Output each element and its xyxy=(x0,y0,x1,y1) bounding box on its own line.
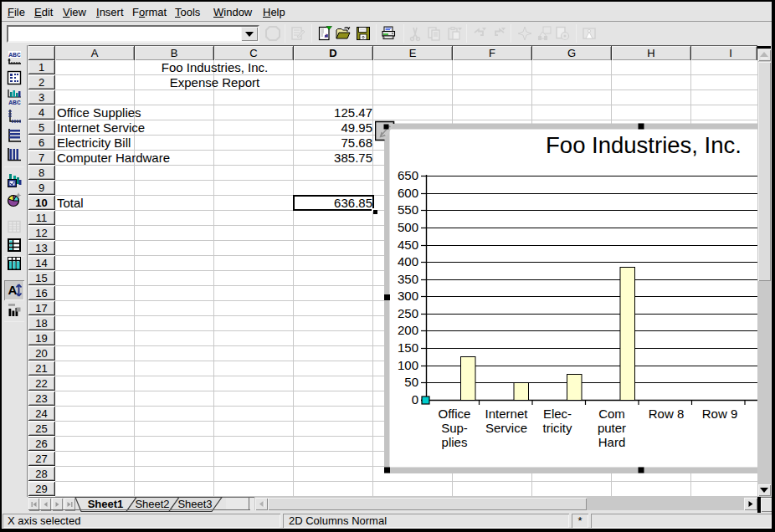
svg-text:Hard: Hard xyxy=(598,435,626,449)
svg-text:Elec-: Elec- xyxy=(543,407,572,421)
svg-text:tricity: tricity xyxy=(543,421,572,435)
svg-text:Foo Industries, Inc.: Foo Industries, Inc. xyxy=(546,132,742,158)
svg-text:650: 650 xyxy=(398,168,418,182)
svg-text:Row 9: Row 9 xyxy=(702,407,738,421)
svg-text:Row 8: Row 8 xyxy=(649,407,685,421)
svg-text:Office: Office xyxy=(439,407,471,421)
svg-text:A: A xyxy=(8,283,18,297)
svg-text:500: 500 xyxy=(398,220,418,234)
svg-text:250: 250 xyxy=(398,306,418,320)
svg-text:550: 550 xyxy=(398,202,418,217)
svg-text:400: 400 xyxy=(398,254,418,269)
svg-text:ABC: ABC xyxy=(8,51,21,59)
svg-text:Sup-: Sup- xyxy=(441,421,468,435)
svg-text:100: 100 xyxy=(398,358,418,372)
svg-text:Internet: Internet xyxy=(485,407,529,421)
svg-text:puter: puter xyxy=(598,421,626,435)
svg-text:Sheet1: Sheet1 xyxy=(88,498,124,510)
svg-text:350: 350 xyxy=(398,272,418,286)
svg-text:600: 600 xyxy=(398,186,418,200)
svg-text:Sheet2: Sheet2 xyxy=(135,498,169,510)
svg-text:Service: Service xyxy=(485,421,527,435)
svg-text:Sheet3: Sheet3 xyxy=(177,498,212,510)
svg-text:450: 450 xyxy=(398,238,418,252)
svg-text:300: 300 xyxy=(398,289,418,303)
svg-text:150: 150 xyxy=(398,340,418,355)
svg-text:0: 0 xyxy=(412,392,418,407)
svg-text:plies: plies xyxy=(442,435,468,449)
svg-text:Com: Com xyxy=(598,407,625,421)
svg-text:ABC: ABC xyxy=(8,99,21,105)
svg-text:200: 200 xyxy=(398,323,418,337)
svg-text:50: 50 xyxy=(404,375,418,389)
